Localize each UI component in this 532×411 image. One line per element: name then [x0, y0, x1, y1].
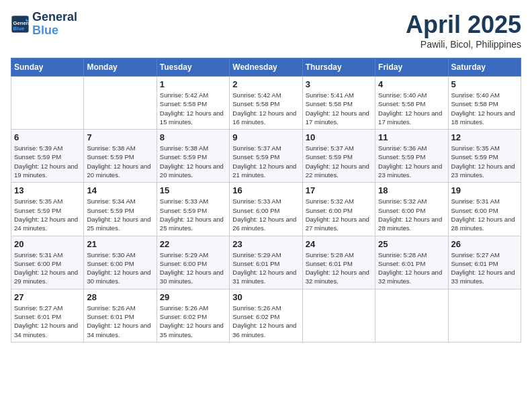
day-cell: 15Sunrise: 5:33 AM Sunset: 5:59 PM Dayli… [157, 183, 229, 236]
day-info: Sunrise: 5:32 AM Sunset: 6:00 PM Dayligh… [306, 197, 372, 232]
day-number: 9 [232, 132, 299, 142]
day-info: Sunrise: 5:36 AM Sunset: 5:59 PM Dayligh… [378, 144, 445, 179]
day-number: 8 [160, 132, 226, 142]
day-number: 25 [378, 239, 445, 249]
day-cell: 3Sunrise: 5:41 AM Sunset: 5:58 PM Daylig… [302, 77, 375, 130]
week-row-2: 6Sunrise: 5:39 AM Sunset: 5:59 PM Daylig… [11, 130, 521, 183]
day-number: 18 [378, 185, 445, 195]
day-info: Sunrise: 5:31 AM Sunset: 6:00 PM Dayligh… [14, 250, 81, 286]
logo-text: General Blue [32, 11, 77, 38]
day-cell [375, 289, 448, 342]
day-cell: 19Sunrise: 5:31 AM Sunset: 6:00 PM Dayli… [448, 183, 521, 236]
day-cell: 5Sunrise: 5:40 AM Sunset: 5:58 PM Daylig… [448, 77, 521, 130]
weekday-header-friday: Friday [375, 58, 448, 77]
day-info: Sunrise: 5:39 AM Sunset: 5:59 PM Dayligh… [14, 144, 81, 179]
day-number: 21 [87, 239, 153, 249]
day-info: Sunrise: 5:26 AM Sunset: 6:02 PM Dayligh… [232, 304, 299, 339]
day-number: 22 [160, 239, 226, 249]
day-cell: 8Sunrise: 5:38 AM Sunset: 5:59 PM Daylig… [157, 130, 229, 183]
day-cell: 30Sunrise: 5:26 AM Sunset: 6:02 PM Dayli… [230, 289, 302, 342]
day-info: Sunrise: 5:34 AM Sunset: 5:59 PM Dayligh… [87, 197, 153, 232]
day-cell: 4Sunrise: 5:40 AM Sunset: 5:58 PM Daylig… [375, 77, 448, 130]
day-number: 10 [306, 132, 372, 142]
day-cell: 16Sunrise: 5:33 AM Sunset: 6:00 PM Dayli… [230, 183, 302, 236]
day-number: 15 [160, 185, 226, 195]
day-info: Sunrise: 5:41 AM Sunset: 5:58 PM Dayligh… [306, 91, 372, 126]
day-number: 16 [232, 185, 299, 195]
day-info: Sunrise: 5:29 AM Sunset: 6:01 PM Dayligh… [232, 250, 299, 286]
day-info: Sunrise: 5:42 AM Sunset: 5:58 PM Dayligh… [160, 91, 226, 126]
day-info: Sunrise: 5:40 AM Sunset: 5:58 PM Dayligh… [378, 91, 445, 126]
weekday-header-wednesday: Wednesday [230, 58, 302, 77]
day-info: Sunrise: 5:35 AM Sunset: 5:59 PM Dayligh… [14, 197, 81, 232]
day-number: 6 [14, 132, 81, 142]
day-info: Sunrise: 5:27 AM Sunset: 6:01 PM Dayligh… [451, 250, 518, 286]
logo-icon: General Blue [11, 15, 30, 34]
day-cell: 22Sunrise: 5:29 AM Sunset: 6:00 PM Dayli… [157, 236, 229, 289]
day-number: 12 [451, 132, 518, 142]
day-cell [84, 77, 157, 130]
day-number: 13 [14, 185, 81, 195]
day-cell: 27Sunrise: 5:27 AM Sunset: 6:01 PM Dayli… [11, 289, 84, 342]
day-number: 17 [306, 185, 372, 195]
day-info: Sunrise: 5:30 AM Sunset: 6:00 PM Dayligh… [87, 250, 153, 286]
day-cell: 13Sunrise: 5:35 AM Sunset: 5:59 PM Dayli… [11, 183, 84, 236]
day-cell: 29Sunrise: 5:26 AM Sunset: 6:02 PM Dayli… [157, 289, 229, 342]
weekday-header-row: SundayMondayTuesdayWednesdayThursdayFrid… [11, 58, 521, 77]
day-number: 11 [378, 132, 445, 142]
weekday-header-saturday: Saturday [448, 58, 521, 77]
day-cell: 11Sunrise: 5:36 AM Sunset: 5:59 PM Dayli… [375, 130, 448, 183]
day-cell: 14Sunrise: 5:34 AM Sunset: 5:59 PM Dayli… [84, 183, 157, 236]
day-cell: 9Sunrise: 5:37 AM Sunset: 5:59 PM Daylig… [230, 130, 302, 183]
calendar: SundayMondayTuesdayWednesdayThursdayFrid… [11, 58, 521, 342]
month-title: April 2025 [406, 11, 521, 39]
day-info: Sunrise: 5:29 AM Sunset: 6:00 PM Dayligh… [160, 250, 226, 286]
day-number: 24 [306, 239, 372, 249]
day-info: Sunrise: 5:37 AM Sunset: 5:59 PM Dayligh… [232, 144, 299, 179]
day-number: 28 [87, 292, 153, 302]
day-number: 4 [378, 79, 445, 89]
day-number: 19 [451, 185, 518, 195]
day-cell: 10Sunrise: 5:37 AM Sunset: 5:59 PM Dayli… [302, 130, 375, 183]
day-info: Sunrise: 5:33 AM Sunset: 6:00 PM Dayligh… [232, 197, 299, 232]
day-info: Sunrise: 5:40 AM Sunset: 5:58 PM Dayligh… [451, 91, 518, 126]
weekday-header-sunday: Sunday [11, 58, 84, 77]
logo: General Blue General Blue [11, 11, 77, 38]
day-cell: 21Sunrise: 5:30 AM Sunset: 6:00 PM Dayli… [84, 236, 157, 289]
day-number: 3 [306, 79, 372, 89]
weekday-header-monday: Monday [84, 58, 157, 77]
day-cell [11, 77, 84, 130]
day-cell: 25Sunrise: 5:28 AM Sunset: 6:01 PM Dayli… [375, 236, 448, 289]
location: Pawili, Bicol, Philippines [406, 39, 521, 50]
day-cell: 28Sunrise: 5:26 AM Sunset: 6:01 PM Dayli… [84, 289, 157, 342]
day-number: 7 [87, 132, 153, 142]
week-row-1: 1Sunrise: 5:42 AM Sunset: 5:58 PM Daylig… [11, 77, 521, 130]
day-info: Sunrise: 5:38 AM Sunset: 5:59 PM Dayligh… [87, 144, 153, 179]
weekday-header-tuesday: Tuesday [157, 58, 229, 77]
day-number: 23 [232, 239, 299, 249]
day-info: Sunrise: 5:31 AM Sunset: 6:00 PM Dayligh… [451, 197, 518, 232]
day-number: 1 [160, 79, 226, 89]
day-number: 29 [160, 292, 226, 302]
weekday-header-thursday: Thursday [302, 58, 375, 77]
day-info: Sunrise: 5:26 AM Sunset: 6:02 PM Dayligh… [160, 304, 226, 339]
day-number: 26 [451, 239, 518, 249]
day-number: 27 [14, 292, 81, 302]
day-info: Sunrise: 5:26 AM Sunset: 6:01 PM Dayligh… [87, 304, 153, 339]
svg-text:Blue: Blue [13, 26, 25, 32]
day-cell: 20Sunrise: 5:31 AM Sunset: 6:00 PM Dayli… [11, 236, 84, 289]
day-number: 5 [451, 79, 518, 89]
day-info: Sunrise: 5:42 AM Sunset: 5:58 PM Dayligh… [232, 91, 299, 126]
week-row-3: 13Sunrise: 5:35 AM Sunset: 5:59 PM Dayli… [11, 183, 521, 236]
title-area: April 2025 Pawili, Bicol, Philippines [406, 11, 521, 50]
day-info: Sunrise: 5:33 AM Sunset: 5:59 PM Dayligh… [160, 197, 226, 232]
day-info: Sunrise: 5:32 AM Sunset: 6:00 PM Dayligh… [378, 197, 445, 232]
day-cell: 7Sunrise: 5:38 AM Sunset: 5:59 PM Daylig… [84, 130, 157, 183]
day-info: Sunrise: 5:37 AM Sunset: 5:59 PM Dayligh… [306, 144, 372, 179]
day-cell: 2Sunrise: 5:42 AM Sunset: 5:58 PM Daylig… [230, 77, 302, 130]
day-info: Sunrise: 5:35 AM Sunset: 5:59 PM Dayligh… [451, 144, 518, 179]
day-cell [448, 289, 521, 342]
day-info: Sunrise: 5:27 AM Sunset: 6:01 PM Dayligh… [14, 304, 81, 339]
header: General Blue General Blue April 2025 Paw… [11, 11, 521, 50]
day-number: 30 [232, 292, 299, 302]
